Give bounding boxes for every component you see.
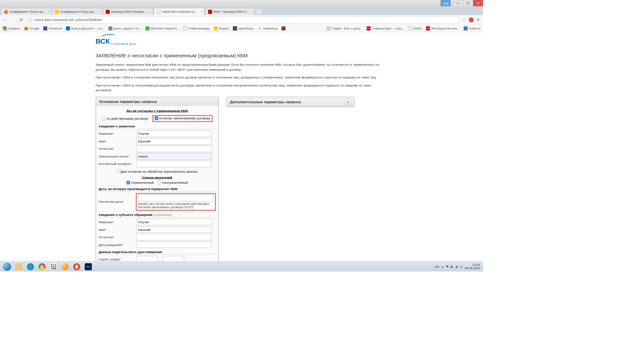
checkbox-limited[interactable] <box>127 181 130 184</box>
applicant-patronymic-input[interactable] <box>137 145 212 152</box>
browser-tab[interactable]: коэффициент бонус-ма...× <box>2 8 51 15</box>
bookmark-item[interactable]: Google <box>24 26 40 30</box>
favicon-icon <box>464 26 468 30</box>
bookmark-item[interactable]: Новости <box>464 26 481 30</box>
panel-header: Основные параметры запроса <box>96 97 219 106</box>
browser-tab-active[interactable]: check-kbm.newtravel.vsk...× <box>154 8 204 15</box>
checkbox-new[interactable] <box>155 116 158 120</box>
close-icon[interactable]: × <box>48 10 49 13</box>
close-icon[interactable]: × <box>201 10 203 13</box>
bookmark-item[interactable] <box>282 26 286 30</box>
taskbar-app-explorer[interactable] <box>14 262 24 270</box>
calc-date-input[interactable] <box>138 195 214 201</box>
bookmark-star-icon[interactable]: ☆ <box>461 17 468 22</box>
subject-patronymic-input[interactable] <box>137 234 212 241</box>
site-favicon-icon <box>106 10 110 14</box>
applicant-name-input[interactable] <box>137 138 212 144</box>
consent-checkbox-label[interactable]: Даю согласие на обработку персональных д… <box>116 170 199 173</box>
chrome-menu-icon[interactable]: ≡ <box>475 17 481 22</box>
start-button[interactable] <box>1 262 13 271</box>
favicon-icon: Еда <box>366 26 370 30</box>
bookmark-item[interactable]: Еда905 рецептов низк... <box>426 26 460 30</box>
option-current-contract[interactable]: по действующему договору <box>102 115 148 122</box>
tray-battery-icon[interactable]: ▯ <box>461 265 462 268</box>
option-limited[interactable]: Ограниченный <box>127 181 154 184</box>
close-icon[interactable]: × <box>98 10 100 13</box>
close-icon[interactable]: × <box>251 10 253 13</box>
checkbox-current[interactable] <box>102 117 106 120</box>
tray-flag-icon[interactable]: ⚑ <box>446 265 449 268</box>
favicon-icon: ★ <box>258 26 262 30</box>
bookmark-item[interactable]: Сервисы <box>3 26 20 30</box>
extra-params-panel: Дополнительные параметры запроса + <box>226 97 355 107</box>
address-bar[interactable]: check-kbm.newtravel.vsk.ru/Home/GetKbm <box>26 16 459 23</box>
tray-chevron-icon[interactable]: ▴ <box>442 265 443 268</box>
window-maximize-button[interactable] <box>463 0 473 6</box>
license-series-input[interactable] <box>137 256 158 261</box>
option-new-contract[interactable]: по вновь заключаемому договору <box>155 116 210 120</box>
license-number-input[interactable] <box>163 256 184 261</box>
main-params-panel: Основные параметры запроса Вы не согласн… <box>96 97 219 261</box>
user-badge: Аня <box>440 0 451 6</box>
bookmark-item[interactable]: Новая вкладка <box>183 26 210 30</box>
drivers-header: Список водителей <box>99 175 216 179</box>
tray-clock[interactable]: 21:03 06.09.2016 <box>465 263 480 270</box>
taskbar-app-photoshop[interactable]: Ps <box>83 262 94 270</box>
bookmark-item[interactable]: Яндекс <box>214 26 229 30</box>
back-button[interactable]: ← <box>2 16 9 23</box>
favicon-icon <box>214 26 218 30</box>
taskbar-app-chrome[interactable] <box>37 262 48 270</box>
vsk-logo: ВСК СТРАХОВОЙ ДОМ <box>96 37 387 45</box>
checkbox-unlimited[interactable] <box>158 181 161 184</box>
taskbar-app-opera[interactable] <box>71 262 82 270</box>
intro-paragraph: При несогласии с КБМ по нескольким догов… <box>96 83 387 93</box>
browser-toolbar: ← → ⟳ check-kbm.newtravel.vsk.ru/Home/Ge… <box>0 15 483 25</box>
bookmark-item[interactable]: Долго. Дорого. Ох... <box>108 26 141 30</box>
disagree-header: Вы не согласны с примененным КБМ <box>127 109 188 112</box>
browser-tab[interactable]: коэффициент бонус-ма...× <box>52 8 102 15</box>
window-close-button[interactable] <box>473 0 483 6</box>
tray-network-icon[interactable]: 🖧 <box>450 265 453 268</box>
close-icon[interactable]: × <box>150 10 151 13</box>
intro-paragraph: При несогласии с КБМ в отношении несколь… <box>96 75 387 80</box>
applicant-email-input[interactable] <box>137 153 212 160</box>
browser-tab[interactable]: КБМ - Проверка КБМ О...× <box>205 8 255 15</box>
browser-tab[interactable]: Проверка КБМ (скидки) ...× <box>103 8 153 15</box>
bookmark-item[interactable]: Вход в Джунгли — Lin... <box>66 26 104 30</box>
taskbar-app-ie[interactable] <box>25 262 36 270</box>
bookmark-item[interactable]: Еда«Афиша-Еда» — рец... <box>366 26 404 30</box>
new-tab-button[interactable] <box>256 9 262 14</box>
reload-button[interactable]: ⟳ <box>18 16 25 23</box>
google-favicon-icon <box>4 10 8 14</box>
bookmark-item[interactable]: Facebook <box>43 26 62 30</box>
subject-surname-input[interactable] <box>137 219 212 226</box>
windows-taskbar: Ps EN ▴ ⚑ 🖧 🔊 ▯ 21:03 06.09.2016 <box>0 261 483 272</box>
date-section-header: Дата, на которую производится перерасчет… <box>99 187 216 192</box>
applicant-phone-input[interactable] <box>137 161 212 167</box>
tray-volume-icon[interactable]: 🔊 <box>455 265 459 268</box>
taskbar-app[interactable] <box>48 262 59 270</box>
subject-name-input[interactable] <box>137 226 212 233</box>
option-unlimited[interactable]: Неограниченный <box>158 181 188 184</box>
applicant-surname-input[interactable] <box>137 130 212 137</box>
bookmark-item[interactable]: Пуфик - блог о диза... <box>327 26 362 30</box>
extension-icon[interactable] <box>469 17 474 22</box>
page-title: ЗАЯВЛЕНИЕ о несогласии с примененным (пр… <box>96 53 387 59</box>
bookmark-item[interactable]: Войти <box>408 26 422 30</box>
panel-header: Дополнительные параметры запроса + <box>227 97 355 107</box>
subject-birth-input[interactable] <box>137 241 212 248</box>
intro-paragraph: Уважаемый клиент, предлагаем Вам рассчит… <box>96 62 387 72</box>
bookmark-item[interactable]: ★Навигатор <box>258 26 278 30</box>
window-minimize-button[interactable] <box>453 0 463 6</box>
bookmark-item[interactable]: ZAчернобыль <box>233 26 254 30</box>
bookmark-item[interactable]: BitTorrent трекер R... <box>145 26 179 30</box>
forward-button[interactable]: → <box>10 16 17 23</box>
browser-tab-strip: коэффициент бонус-ма...× коэффициент бон… <box>0 7 483 15</box>
taskbar-app[interactable] <box>60 262 71 270</box>
favicon-icon: Еда <box>426 26 430 30</box>
favicon-icon <box>66 26 70 30</box>
consent-checkbox[interactable] <box>116 169 120 173</box>
expand-panel-button[interactable]: + <box>345 99 351 104</box>
page-favicon-icon <box>157 10 161 14</box>
language-indicator[interactable]: EN <box>435 265 439 268</box>
